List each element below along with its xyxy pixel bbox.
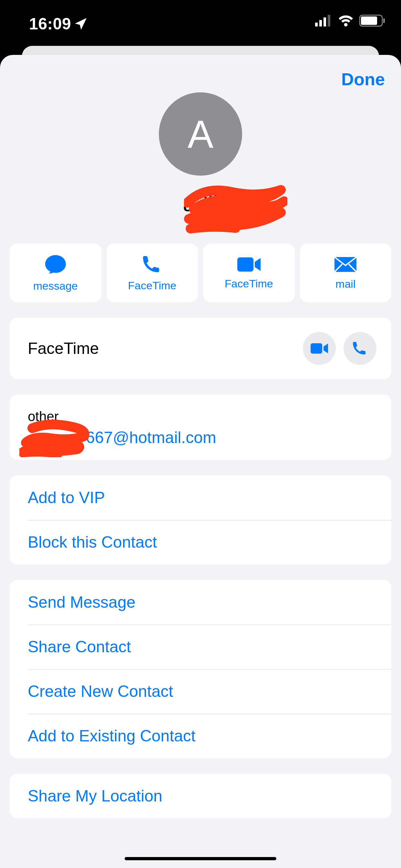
svg-rect-3 <box>328 15 330 27</box>
facetime-video-button[interactable] <box>303 332 336 365</box>
add-to-vip-label: Add to VIP <box>28 489 105 507</box>
facetime-row-buttons <box>303 332 376 365</box>
status-time-text: 16:09 <box>29 14 71 33</box>
status-time: 16:09 <box>29 14 87 33</box>
add-existing-contact-row[interactable]: Add to Existing Contact <box>10 714 391 758</box>
block-contact-row[interactable]: Block this Contact <box>10 520 391 564</box>
create-new-contact-row[interactable]: Create New Contact <box>10 669 391 714</box>
create-new-contact-label: Create New Contact <box>28 682 173 701</box>
share-location-label: Share My Location <box>28 787 162 805</box>
vip-block-group: Add to VIP Block this Contact <box>10 475 391 564</box>
done-button[interactable]: Done <box>341 69 385 89</box>
mail-icon <box>333 256 358 273</box>
message-chip[interactable]: message <box>10 244 101 302</box>
home-indicator[interactable] <box>125 857 276 860</box>
svg-rect-2 <box>323 18 326 27</box>
share-contact-label: Share Contact <box>28 638 131 656</box>
redaction-scribble-icon <box>19 418 94 457</box>
facetime-video-chip[interactable]: FaceTime <box>203 244 295 302</box>
facetime-audio-chip[interactable]: FaceTime <box>106 244 198 302</box>
share-contact-row[interactable]: Share Contact <box>10 624 391 669</box>
facetime-row-label: FaceTime <box>28 339 99 358</box>
svg-rect-8 <box>311 343 322 353</box>
avatar[interactable]: A <box>159 92 242 176</box>
avatar-container: A <box>0 92 401 176</box>
svg-rect-7 <box>237 257 253 272</box>
redaction-scribble-icon <box>184 180 287 235</box>
status-right <box>315 14 385 27</box>
share-location-group: Share My Location <box>10 774 391 818</box>
status-bar: 16:09 <box>0 0 401 49</box>
email-group: other 667@hotmail.com <box>10 395 391 460</box>
svg-rect-5 <box>361 17 377 25</box>
facetime-video-chip-label: FaceTime <box>225 277 273 290</box>
contact-card: Done A a-lil message FaceTime <box>0 55 401 868</box>
svg-rect-1 <box>319 20 322 27</box>
contact-actions-group: Send Message Share Contact Create New Co… <box>10 580 391 758</box>
phone-icon <box>142 254 162 275</box>
action-chips: message FaceTime FaceTime mail <box>0 244 401 302</box>
share-location-row[interactable]: Share My Location <box>10 774 391 818</box>
send-message-row[interactable]: Send Message <box>10 580 391 624</box>
add-existing-contact-label: Add to Existing Contact <box>28 727 196 745</box>
facetime-row[interactable]: FaceTime <box>10 318 391 379</box>
avatar-initial: A <box>188 112 213 156</box>
mail-chip-label: mail <box>335 278 356 290</box>
send-message-label: Send Message <box>28 593 135 611</box>
video-icon <box>236 256 262 273</box>
phone-icon <box>352 340 368 356</box>
facetime-group: FaceTime <box>10 318 391 379</box>
email-row[interactable]: other 667@hotmail.com <box>10 395 391 460</box>
battery-icon <box>359 14 385 27</box>
cellular-icon <box>315 15 333 27</box>
nav-bar: Done <box>0 55 401 89</box>
facetime-audio-chip-label: FaceTime <box>128 279 176 292</box>
block-contact-label: Block this Contact <box>28 533 157 551</box>
message-chip-label: message <box>33 280 78 292</box>
svg-rect-6 <box>383 19 385 23</box>
add-to-vip-row[interactable]: Add to VIP <box>10 475 391 520</box>
facetime-audio-button[interactable] <box>343 332 376 365</box>
svg-rect-0 <box>315 23 318 27</box>
mail-chip[interactable]: mail <box>300 244 392 302</box>
contact-name-row: a-lil <box>0 184 401 223</box>
video-icon <box>310 342 329 355</box>
location-icon <box>75 18 87 30</box>
wifi-icon <box>338 15 354 27</box>
message-icon <box>44 254 67 275</box>
